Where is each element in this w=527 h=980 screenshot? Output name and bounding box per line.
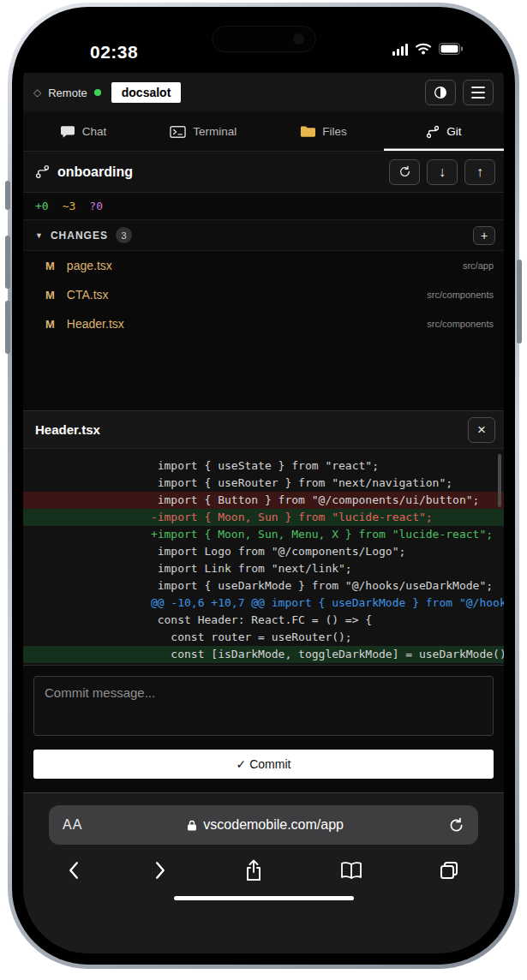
terminal-icon	[170, 125, 186, 139]
file-path: src/app	[463, 260, 494, 271]
contrast-icon	[434, 86, 447, 99]
tab-git-label: Git	[446, 125, 461, 138]
git-branch-icon	[426, 125, 440, 139]
changed-file-row[interactable]: M Header.tsx src/components	[23, 309, 504, 338]
app-root: ◇ Remote docsalot	[23, 73, 504, 792]
diff-code-view[interactable]: import { useState } from "react"; import…	[23, 449, 504, 665]
panel-spacer	[23, 338, 504, 411]
file-path: src/components	[427, 290, 494, 300]
file-status-badge: M	[45, 318, 55, 331]
chat-icon	[60, 125, 75, 139]
forward-button[interactable]	[155, 861, 166, 880]
remote-label: Remote	[48, 87, 87, 99]
phone-screen: 02:38	[23, 18, 504, 953]
branch-name: onboarding	[57, 164, 133, 180]
bookmarks-button[interactable]	[340, 861, 362, 880]
power-button	[517, 260, 522, 344]
diff-lines: import { useState } from "react"; import…	[23, 449, 504, 663]
reload-button[interactable]	[448, 817, 464, 834]
theme-toggle-button[interactable]	[425, 80, 456, 105]
app-header: ◇ Remote docsalot	[23, 73, 504, 112]
folder-icon	[300, 125, 315, 138]
stage: 02:38	[0, 0, 527, 980]
reader-aa-button[interactable]: AA	[63, 817, 82, 833]
tab-git[interactable]: Git	[384, 112, 504, 151]
menu-button[interactable]	[463, 80, 494, 105]
changed-file-row[interactable]: M page.tsx src/app	[23, 251, 504, 280]
git-pull-button[interactable]: ↓	[427, 159, 458, 185]
remote-icon: ◇	[33, 87, 41, 99]
diff-line: import { useState } from "react";	[23, 449, 504, 457]
file-name: Header.tsx	[67, 317, 124, 331]
commit-area: ✓ Commit	[23, 665, 504, 792]
stat-modified: ~3	[63, 200, 76, 212]
diff-close-button[interactable]: ×	[468, 417, 495, 443]
git-refresh-button[interactable]	[389, 159, 420, 185]
reload-icon	[448, 817, 464, 834]
phone-frame: 02:38	[8, 3, 519, 969]
file-name: page.tsx	[67, 259, 112, 272]
tab-files-label: Files	[322, 125, 347, 138]
stage-all-button[interactable]: +	[473, 226, 495, 245]
status-bar: 02:38	[23, 18, 504, 73]
changed-file-row[interactable]: M CTA.tsx src/components	[23, 280, 504, 309]
refresh-icon	[398, 165, 411, 178]
arrow-up-icon: ↑	[476, 164, 483, 180]
lock-icon	[187, 819, 197, 832]
clock: 02:38	[90, 42, 138, 63]
status-icons	[392, 42, 463, 58]
url-display: vscodemobile.com/app	[82, 817, 448, 833]
diff-file-title: Header.tsx	[35, 422, 100, 437]
mute-switch	[5, 181, 10, 210]
signal-icon	[392, 45, 408, 56]
volume-down-button	[5, 301, 10, 354]
volume-up-button	[5, 236, 10, 289]
arrow-down-icon: ↓	[439, 164, 446, 180]
share-button[interactable]	[243, 858, 264, 882]
tab-files[interactable]: Files	[264, 112, 384, 151]
tab-terminal[interactable]: Terminal	[143, 112, 263, 151]
tab-terminal-label: Terminal	[193, 125, 237, 138]
commit-button[interactable]: ✓ Commit	[33, 750, 494, 779]
stat-untracked: ?0	[89, 200, 103, 212]
file-name: CTA.tsx	[67, 288, 109, 302]
share-icon	[243, 858, 264, 882]
project-name-badge[interactable]: docsalot	[111, 82, 182, 103]
git-file-list: M page.tsx src/app M CTA.tsx src/compone…	[23, 251, 504, 338]
battery-icon	[439, 43, 463, 58]
phone-body: 02:38	[12, 7, 515, 965]
back-button[interactable]	[68, 861, 79, 880]
tab-chat[interactable]: Chat	[23, 112, 143, 151]
diff-panel-header: Header.tsx ×	[23, 411, 504, 449]
browser-chrome: AA vscodemobile.com/app	[23, 792, 504, 953]
file-status-badge: M	[45, 260, 55, 272]
changes-count-badge: 3	[116, 227, 132, 243]
branch-row: onboarding ↓ ↑	[23, 152, 504, 193]
branch-icon	[35, 164, 50, 179]
collapse-chevron-icon: ▼	[35, 231, 43, 240]
hamburger-icon	[471, 87, 485, 99]
book-icon	[340, 861, 362, 880]
url-text: vscodemobile.com/app	[203, 817, 344, 833]
tabs-button[interactable]	[439, 860, 459, 881]
chevron-left-icon	[68, 861, 79, 880]
stat-added: +0	[35, 200, 49, 212]
changes-section-header[interactable]: ▼ CHANGES 3 +	[23, 220, 504, 251]
tabs-icon	[439, 860, 459, 881]
file-path: src/components	[427, 319, 494, 329]
diff-scrollbar[interactable]	[498, 454, 501, 507]
home-indicator	[174, 896, 354, 900]
browser-toolbar	[23, 858, 504, 882]
tab-chat-label: Chat	[82, 125, 107, 138]
address-bar[interactable]: AA vscodemobile.com/app	[49, 805, 478, 845]
connection-status-dot	[94, 89, 101, 96]
changes-label: CHANGES	[51, 230, 108, 242]
git-stats-row: +0 ~3 ?0	[23, 193, 504, 220]
tab-bar: Chat Terminal	[23, 112, 504, 152]
close-icon: ×	[477, 421, 486, 439]
plus-icon: +	[481, 229, 488, 242]
git-push-button[interactable]: ↑	[464, 159, 495, 185]
file-status-badge: M	[45, 289, 55, 302]
commit-message-input[interactable]	[33, 676, 494, 736]
chevron-right-icon	[155, 861, 166, 880]
